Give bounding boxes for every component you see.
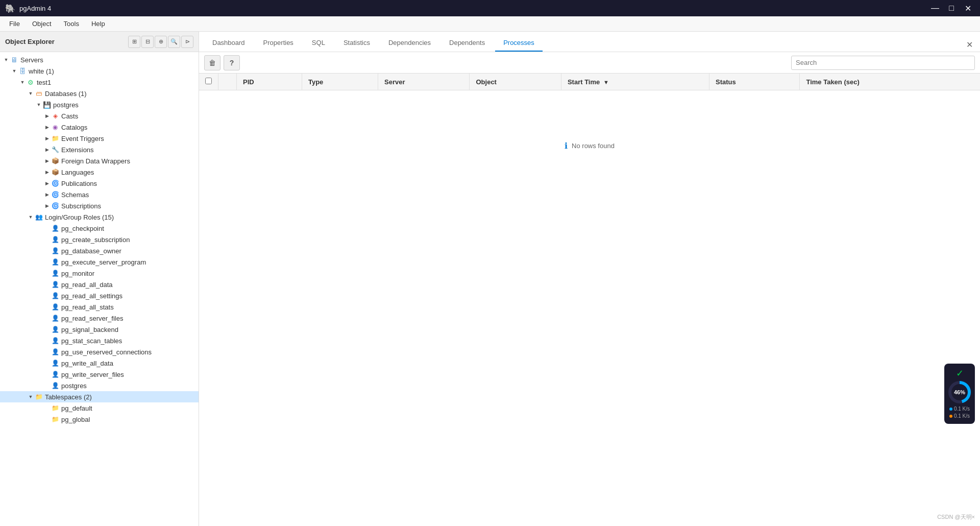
tree-item-pg-write-server-files[interactable]: 👤 pg_write_server_files	[0, 369, 199, 380]
tab-sql[interactable]: SQL	[304, 35, 333, 52]
tree-item-pg-signal-backend[interactable]: 👤 pg_signal_backend	[0, 324, 199, 335]
tree-item-publications[interactable]: ▶ 🌀 Publications	[0, 178, 199, 189]
watermark: CSDN @天明×	[937, 513, 975, 521]
toggle-extensions[interactable]: ▶	[43, 146, 51, 154]
tree-item-languages[interactable]: ▶ 📦 Languages	[0, 166, 199, 178]
col-status[interactable]: Status	[709, 74, 800, 90]
pg-global-icon: 📁	[51, 415, 59, 423]
delete-button[interactable]: 🗑	[204, 55, 220, 70]
tree-item-pg-database-owner[interactable]: 👤 pg_database_owner	[0, 245, 199, 256]
col-object[interactable]: Object	[470, 74, 561, 90]
tree-item-pg-read-all-stats[interactable]: 👤 pg_read_all_stats	[0, 301, 199, 313]
menu-tools[interactable]: Tools	[59, 18, 84, 30]
tree-item-pg-read-server-files[interactable]: 👤 pg_read_server_files	[0, 313, 199, 324]
toggle-servers[interactable]: ▼	[2, 56, 10, 64]
toggle-catalogs[interactable]: ▶	[43, 123, 51, 131]
tree-item-test1[interactable]: ▼ ⚙ test1	[0, 77, 199, 88]
io-read-value: 0.1 K/s	[954, 405, 970, 413]
tree-label-pg-execute-server-program: pg_execute_server_program	[61, 258, 146, 266]
catalogs-icon: ◉	[51, 123, 59, 131]
toggle-casts[interactable]: ▶	[43, 112, 51, 120]
toggle-white[interactable]: ▼	[10, 67, 18, 75]
tree-label-pg-read-all-stats: pg_read_all_stats	[61, 303, 114, 311]
toggle-tablespaces[interactable]: ▼	[27, 393, 35, 401]
tab-statistics[interactable]: Statistics	[335, 35, 378, 52]
tree-item-postgres-role[interactable]: 👤 postgres	[0, 380, 199, 391]
sidebar-tool-search[interactable]: 🔍	[168, 36, 180, 48]
toggle-schemas[interactable]: ▶	[43, 190, 51, 199]
pg-create-subscription-icon: 👤	[51, 235, 59, 244]
help-button[interactable]: ?	[224, 55, 240, 70]
tree-item-pg-stat-scan-tables[interactable]: 👤 pg_stat_scan_tables	[0, 335, 199, 346]
search-input[interactable]	[791, 56, 975, 70]
toggle-test1[interactable]: ▼	[18, 78, 27, 86]
toggle-databases[interactable]: ▼	[27, 89, 35, 98]
col-server[interactable]: Server	[378, 74, 470, 90]
tree-label-event-triggers: Event Triggers	[61, 135, 104, 142]
tree-item-white[interactable]: ▼ 🗄 white (1)	[0, 65, 199, 77]
toggle-postgres-db[interactable]: ▼	[35, 101, 43, 109]
tree-item-pg-read-all-data[interactable]: 👤 pg_read_all_data	[0, 279, 199, 290]
menu-bar: File Object Tools Help	[0, 16, 980, 32]
tree-label-extensions: Extensions	[61, 146, 94, 154]
tab-dependencies[interactable]: Dependencies	[380, 35, 439, 52]
tree-item-postgres-db[interactable]: ▼ 💾 postgres	[0, 99, 199, 110]
tree-item-tablespaces[interactable]: ▼ 📁 Tablespaces (2)	[0, 391, 199, 402]
pg-database-owner-icon: 👤	[51, 247, 59, 255]
tree-item-pg-read-all-settings[interactable]: 👤 pg_read_all_settings	[0, 290, 199, 301]
select-all-checkbox[interactable]	[205, 78, 212, 84]
col-time-taken[interactable]: Time Taken (sec)	[800, 74, 980, 90]
schemas-icon: 🌀	[51, 190, 59, 199]
tree-item-subscriptions[interactable]: ▶ 🌀 Subscriptions	[0, 200, 199, 211]
toggle-languages[interactable]: ▶	[43, 168, 51, 176]
col-pid[interactable]: PID	[237, 74, 302, 90]
tree-item-databases[interactable]: ▼ 🗃 Databases (1)	[0, 88, 199, 99]
tab-processes[interactable]: Processes	[495, 35, 543, 52]
tab-dependents[interactable]: Dependents	[441, 35, 493, 52]
toggle-fdw[interactable]: ▶	[43, 157, 51, 165]
tab-dashboard[interactable]: Dashboard	[204, 35, 253, 52]
tree-item-login-group-roles[interactable]: ▼ 👥 Login/Group Roles (15)	[0, 211, 199, 223]
tree-item-fdw[interactable]: ▶ 📦 Foreign Data Wrappers	[0, 155, 199, 166]
tree-item-schemas[interactable]: ▶ 🌀 Schemas	[0, 189, 199, 200]
toggle-pg-default	[43, 404, 51, 412]
tree-item-pg-monitor[interactable]: 👤 pg_monitor	[0, 268, 199, 279]
tree-item-servers[interactable]: ▼ 🖥 Servers	[0, 54, 199, 65]
tree-item-pg-write-all-data[interactable]: 👤 pg_write_all_data	[0, 357, 199, 369]
tree-item-pg-checkpoint[interactable]: 👤 pg_checkpoint	[0, 223, 199, 234]
tree-item-pg-global[interactable]: 📁 pg_global	[0, 414, 199, 425]
toggle-event-triggers[interactable]: ▶	[43, 134, 51, 142]
menu-file[interactable]: File	[4, 18, 25, 30]
tree-label-schemas: Schemas	[61, 191, 89, 199]
sidebar-tool-terminal[interactable]: ⊳	[181, 36, 193, 48]
maximize-button[interactable]: □	[944, 1, 959, 15]
minimize-button[interactable]: —	[928, 1, 942, 15]
tab-close-button[interactable]: ✕	[964, 38, 975, 52]
tree-item-event-triggers[interactable]: ▶ 📁 Event Triggers	[0, 133, 199, 144]
sidebar-tool-add[interactable]: ⊕	[155, 36, 167, 48]
tree-item-catalogs[interactable]: ▶ ◉ Catalogs	[0, 122, 199, 133]
info-icon: ℹ	[565, 141, 568, 151]
tree-item-pg-default[interactable]: 📁 pg_default	[0, 402, 199, 414]
sidebar-tool-small-grid[interactable]: ⊞	[128, 36, 140, 48]
tree-label-pg-checkpoint: pg_checkpoint	[61, 225, 104, 232]
tree-item-pg-use-reserved-connections[interactable]: 👤 pg_use_reserved_connections	[0, 346, 199, 357]
col-start-time[interactable]: Start Time ▼	[561, 74, 709, 90]
tree-item-casts[interactable]: ▶ ◈ Casts	[0, 110, 199, 122]
menu-help[interactable]: Help	[86, 18, 110, 30]
menu-object[interactable]: Object	[27, 18, 57, 30]
toggle-subscriptions[interactable]: ▶	[43, 202, 51, 210]
pg-read-server-files-icon: 👤	[51, 314, 59, 322]
toggle-publications[interactable]: ▶	[43, 179, 51, 187]
col-type[interactable]: Type	[302, 74, 378, 90]
tree-item-pg-create-subscription[interactable]: 👤 pg_create_subscription	[0, 234, 199, 245]
content-area: Dashboard Properties SQL Statistics Depe…	[199, 32, 980, 526]
tree-item-pg-execute-server-program[interactable]: 👤 pg_execute_server_program	[0, 256, 199, 268]
sidebar-header: Object Explorer ⊞ ⊟ ⊕ 🔍 ⊳	[0, 32, 199, 52]
tree-item-extensions[interactable]: ▶ 🔧 Extensions	[0, 144, 199, 155]
close-button[interactable]: ✕	[961, 1, 975, 15]
sidebar-tool-large-grid[interactable]: ⊟	[141, 36, 154, 48]
tree-label-pg-global: pg_global	[61, 416, 90, 423]
tab-properties[interactable]: Properties	[255, 35, 302, 52]
toggle-login-group-roles[interactable]: ▼	[27, 213, 35, 221]
